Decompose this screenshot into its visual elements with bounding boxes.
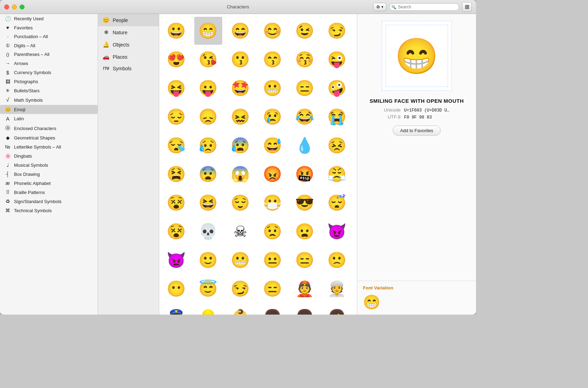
emoji-cell-10[interactable]: 😚: [290, 45, 318, 73]
sidebar-item-sign-standard[interactable]: ♻ Sign/Standard Symbols: [0, 197, 98, 206]
sub-item-people[interactable]: 😊 People: [98, 14, 159, 26]
emoji-cell-17[interactable]: 🤪: [323, 74, 351, 102]
emoji-cell-29[interactable]: 😣: [323, 131, 351, 159]
emoji-cell-4[interactable]: 😉: [290, 17, 318, 45]
emoji-cell-14[interactable]: 🤩: [226, 74, 254, 102]
sub-item-nature[interactable]: ❄ Nature: [98, 26, 159, 38]
emoji-cell-3[interactable]: 😊: [259, 17, 287, 45]
emoji-cell-9[interactable]: 😙: [259, 45, 287, 73]
emoji-cell-52[interactable]: 😑: [290, 246, 318, 274]
emoji-cell-20[interactable]: 😖: [226, 103, 254, 131]
emoji-cell-25[interactable]: 😥: [194, 131, 222, 159]
maximize-button[interactable]: [20, 5, 24, 9]
emoji-cell-11[interactable]: 😜: [323, 45, 351, 73]
emoji-cell-38[interactable]: 😌: [226, 189, 254, 217]
emoji-cell-5[interactable]: 😏: [323, 17, 351, 45]
emoji-cell-58[interactable]: 👲: [290, 275, 318, 303]
sub-item-symbols[interactable]: !?# Symbols: [98, 63, 159, 74]
emoji-cell-31[interactable]: 😨: [194, 160, 222, 188]
emoji-cell-63[interactable]: 👧: [259, 303, 287, 315]
emoji-cell-12[interactable]: 😝: [162, 74, 190, 102]
emoji-cell-28[interactable]: 💧: [290, 131, 318, 159]
emoji-cell-42[interactable]: 😵: [162, 217, 190, 245]
emoji-cell-40[interactable]: 😎: [290, 189, 318, 217]
emoji-cell-22[interactable]: 😂: [290, 103, 318, 131]
sidebar-item-letterlike[interactable]: № Letterlike Symbols – All: [0, 142, 98, 151]
emoji-cell-65[interactable]: 👩: [323, 303, 351, 315]
emoji-cell-62[interactable]: 👶: [226, 303, 254, 315]
sidebar-item-geometric[interactable]: ◆ Geometrical Shapes: [0, 133, 98, 142]
emoji-cell-8[interactable]: 😗: [226, 45, 254, 73]
grid-view-button[interactable]: ⊞: [462, 2, 472, 12]
sidebar-item-latin[interactable]: A Latin: [0, 114, 98, 123]
emoji-cell-39[interactable]: 😷: [259, 189, 287, 217]
font-variation-emoji[interactable]: 😁: [363, 294, 380, 310]
emoji-cell-47[interactable]: 😈: [323, 217, 351, 245]
sub-item-objects[interactable]: 🔔 Objects: [98, 38, 159, 51]
emoji-cell-54[interactable]: 😶: [162, 275, 190, 303]
emoji-cell-56[interactable]: 😏: [226, 275, 254, 303]
emoji-cell-19[interactable]: 😞: [194, 103, 222, 131]
sidebar-item-technical[interactable]: ⌘ Technical Symbols: [0, 206, 98, 215]
emoji-cell-2[interactable]: 😄: [226, 17, 254, 45]
search-input[interactable]: [389, 3, 459, 11]
emoji-cell-55[interactable]: 😇: [194, 275, 222, 303]
emoji-cell-27[interactable]: 😅: [259, 131, 287, 159]
sidebar-item-parentheses[interactable]: () Parentheses – All: [0, 50, 98, 59]
emoji-cell-24[interactable]: 😪: [162, 131, 190, 159]
add-to-favorites-button[interactable]: Add to Favorites: [393, 125, 441, 136]
emoji-cell-35[interactable]: 😤: [323, 160, 351, 188]
emoji-cell-59[interactable]: 👳: [323, 275, 351, 303]
emoji-cell-0[interactable]: 😀: [162, 17, 190, 45]
emoji-cell-32[interactable]: 😱: [226, 160, 254, 188]
sidebar-item-favorites[interactable]: ♥ Favorites: [0, 23, 98, 32]
sidebar-item-braille[interactable]: ⠿ Braille Patterns: [0, 188, 98, 197]
emoji-cell-7[interactable]: 😘: [194, 45, 222, 73]
emoji-cell-37[interactable]: 😆: [194, 189, 222, 217]
emoji-cell-44[interactable]: ☠: [226, 217, 254, 245]
emoji-cell-61[interactable]: 👷: [194, 303, 222, 315]
sidebar-item-enclosed[interactable]: ⓐ Enclosed Characters: [0, 123, 98, 133]
emoji-cell-15[interactable]: 😬: [259, 74, 287, 102]
emoji-cell-30[interactable]: 😫: [162, 160, 190, 188]
emoji-cell-36[interactable]: 😵: [162, 189, 190, 217]
sidebar-item-bullets[interactable]: ✳ Bullets/Stars: [0, 86, 98, 95]
minimize-button[interactable]: [12, 5, 17, 9]
gear-button[interactable]: ⚙: [373, 3, 386, 11]
emoji-cell-18[interactable]: 😔: [162, 103, 190, 131]
emoji-cell-6[interactable]: 😍: [162, 45, 190, 73]
emoji-cell-26[interactable]: 😰: [226, 131, 254, 159]
emoji-cell-21[interactable]: 😢: [259, 103, 287, 131]
emoji-cell-41[interactable]: 😴: [323, 189, 351, 217]
emoji-cell-57[interactable]: 😑: [259, 275, 287, 303]
sidebar-item-pictographs[interactable]: 🖼 Pictographs: [0, 77, 98, 86]
emoji-cell-51[interactable]: 😐: [259, 246, 287, 274]
sidebar-item-punctuation[interactable]: ·· Punctuation – All: [0, 32, 98, 41]
sidebar-item-digits[interactable]: ① Digits – All: [0, 41, 98, 50]
sidebar-item-recently-used[interactable]: 🕐 Recently Used: [0, 14, 98, 23]
sidebar-item-box-drawing[interactable]: ┤ Box Drawing: [0, 170, 98, 179]
emoji-cell-64[interactable]: 👦: [290, 303, 318, 315]
emoji-cell-49[interactable]: 🙂: [194, 246, 222, 274]
sub-item-places[interactable]: 🚗 Places: [98, 51, 159, 63]
emoji-cell-13[interactable]: 😛: [194, 74, 222, 102]
emoji-cell-34[interactable]: 🤬: [290, 160, 318, 188]
sidebar-item-math[interactable]: √ Math Symbols: [0, 95, 98, 105]
sidebar-item-musical[interactable]: ♩ Musical Symbols: [0, 160, 98, 170]
emoji-cell-43[interactable]: 💀: [194, 217, 222, 245]
sidebar-item-emoji[interactable]: 😊 Emoji: [0, 105, 98, 114]
emoji-cell-60[interactable]: 👮: [162, 303, 190, 315]
sidebar-item-phonetic[interactable]: æ Phonetic Alphabet: [0, 179, 98, 188]
sidebar-item-dingbats[interactable]: 🌸 Dingbats: [0, 151, 98, 160]
emoji-cell-23[interactable]: 😭: [323, 103, 351, 131]
close-button[interactable]: [4, 5, 9, 9]
emoji-cell-50[interactable]: 😬: [226, 246, 254, 274]
emoji-cell-45[interactable]: 😟: [259, 217, 287, 245]
sidebar-item-currency[interactable]: $ Currency Symbols: [0, 68, 98, 77]
emoji-cell-46[interactable]: 😦: [290, 217, 318, 245]
emoji-cell-1[interactable]: 😁: [194, 17, 222, 45]
sidebar-item-arrows[interactable]: → Arrows: [0, 59, 98, 68]
emoji-cell-33[interactable]: 😡: [259, 160, 287, 188]
emoji-cell-53[interactable]: 🙁: [323, 246, 351, 274]
emoji-cell-16[interactable]: 😑: [290, 74, 318, 102]
